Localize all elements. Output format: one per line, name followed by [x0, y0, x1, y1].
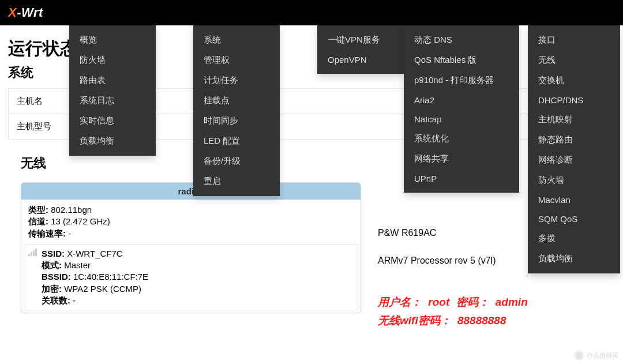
dropdown-item[interactable]: 接口: [528, 30, 620, 50]
dropdown-item[interactable]: 动态 DNS: [404, 30, 519, 50]
cred-wifi-label: 无线wifi密码：: [378, 314, 451, 327]
dropdown-menu: 接口无线交换机DHCP/DNS主机映射静态路由网络诊断防火墙MacvlanSQM…: [528, 25, 620, 273]
dropdown-item[interactable]: DHCP/DNS: [528, 91, 620, 110]
dropdown-item[interactable]: 交换机: [528, 70, 620, 91]
dropdown-item[interactable]: p910nd - 打印服务器: [404, 70, 519, 91]
rate-value: -: [68, 228, 71, 238]
type-label: 类型:: [28, 205, 48, 215]
dropdown-item[interactable]: Macvlan: [528, 190, 620, 209]
dropdown-menu: 系统管理权计划任务挂载点时间同步LED 配置备份/升级重启: [193, 25, 280, 196]
dropdown-item[interactable]: 网络诊断: [528, 150, 620, 170]
dropdown-item[interactable]: QoS Nftables 版: [404, 50, 519, 70]
dropdown-item[interactable]: 备份/升级: [193, 151, 280, 171]
dropdown-item[interactable]: 一键VPN服务: [317, 30, 404, 50]
dropdown-item[interactable]: 系统优化: [404, 129, 519, 149]
radio-network-item[interactable]: SSID: X-WRT_CF7C 模式: Master BSSID: 1C:40…: [24, 244, 358, 310]
dropdown-item[interactable]: 负载均衡: [528, 249, 620, 269]
dropdown-item[interactable]: UPnP: [404, 169, 519, 188]
wireless-radio-card: radio0 类型: 802.11bgn 信道: 13 (2.472 GHz) …: [21, 182, 361, 313]
brand-x: X: [8, 5, 17, 20]
dropdown-item[interactable]: 概览: [69, 30, 156, 50]
bssid-value: 1C:40:E8:11:CF:7E: [73, 272, 148, 282]
dropdown-item[interactable]: 负载均衡: [69, 131, 156, 151]
channel-value: 13 (2.472 GHz): [51, 216, 110, 226]
watermark-icon: 值: [574, 350, 584, 361]
bssid-label: BSSID:: [42, 272, 71, 282]
dropdown-item[interactable]: LED 配置: [193, 131, 280, 151]
dropdown-item[interactable]: 系统: [193, 30, 280, 50]
assoc-label: 关联数:: [42, 295, 70, 305]
enc-value: WPA2 PSK (CCMP): [64, 284, 141, 294]
ssid-label: SSID:: [42, 249, 65, 258]
dropdown-item[interactable]: SQM QoS: [528, 209, 620, 228]
cred-wifi-value: 88888888: [457, 314, 506, 327]
rate-label: 传输速率:: [28, 228, 66, 238]
dropdown-item[interactable]: Natcap: [404, 110, 519, 129]
watermark-text: 什么值得买: [587, 351, 618, 360]
dropdown-menu: 概览防火墙路由表系统日志实时信息负载均衡: [69, 25, 156, 156]
dropdown-item[interactable]: 重启: [193, 171, 280, 192]
mode-label: 模式:: [42, 260, 62, 270]
assoc-value: -: [73, 295, 76, 305]
dropdown-item[interactable]: OpenVPN: [317, 50, 404, 69]
dropdown-item[interactable]: 计划任务: [193, 70, 280, 91]
dropdown-item[interactable]: 防火墙: [528, 170, 620, 190]
enc-label: 加密:: [42, 284, 62, 294]
brand-logo: X-Wrt: [0, 5, 51, 20]
brand-rest: -Wrt: [17, 5, 43, 20]
type-value: 802.11bgn: [51, 205, 92, 215]
dropdown-menu: 一键VPN服务OpenVPN: [317, 25, 404, 74]
navbar: X-Wrt: [0, 0, 623, 25]
ssid-value: X-WRT_CF7C: [67, 249, 122, 258]
dropdown-item[interactable]: 系统日志: [69, 91, 156, 111]
section-title-wireless: 无线: [21, 155, 615, 172]
dropdown-item[interactable]: 静态路由: [528, 130, 620, 150]
dropdown-item[interactable]: 路由表: [69, 70, 156, 91]
dropdown-item[interactable]: 多拨: [528, 228, 620, 249]
watermark: 值 什么值得买: [574, 350, 618, 361]
dropdown-item[interactable]: 挂载点: [193, 91, 280, 111]
dropdown-item[interactable]: 主机映射: [528, 110, 620, 130]
dropdown-item[interactable]: 管理权: [193, 50, 280, 70]
dropdown-item[interactable]: 无线: [528, 50, 620, 70]
radio-header[interactable]: radio0: [21, 183, 361, 200]
dropdown-item[interactable]: 防火墙: [69, 50, 156, 70]
dropdown-menu: 动态 DNSQoS Nftables 版p910nd - 打印服务器Aria2N…: [404, 25, 519, 193]
dropdown-item[interactable]: 时间同步: [193, 111, 280, 131]
mode-value: Master: [64, 260, 91, 270]
dropdown-item[interactable]: 实时信息: [69, 111, 156, 131]
radio-summary: 类型: 802.11bgn 信道: 13 (2.472 GHz) 传输速率: -: [21, 200, 361, 242]
signal-icon: [28, 249, 37, 256]
dropdown-item[interactable]: 网络共享: [404, 149, 519, 169]
dropdown-item[interactable]: Aria2: [404, 91, 519, 110]
channel-label: 信道:: [28, 216, 48, 226]
